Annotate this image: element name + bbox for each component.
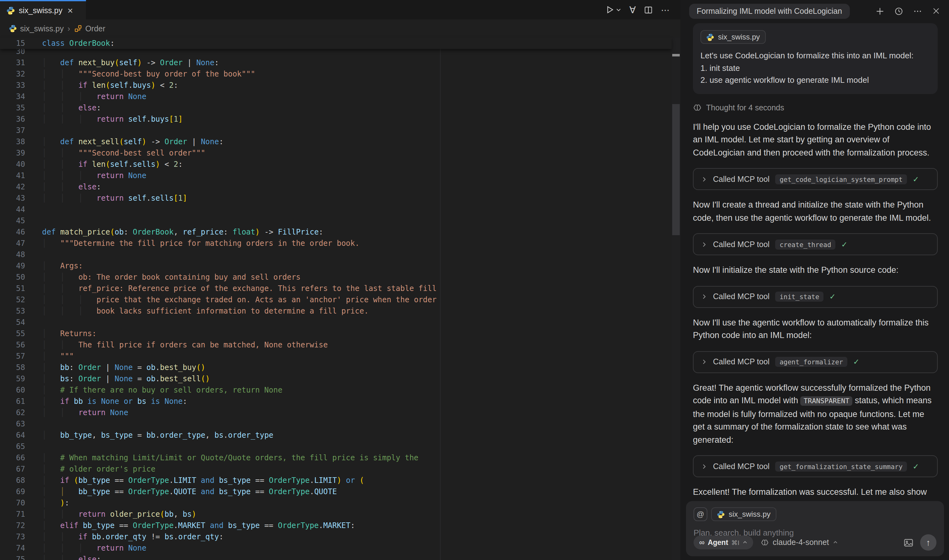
python-icon [9,25,17,32]
code-line[interactable]: 62│ │ return None [0,407,671,418]
model-selector[interactable]: claude-4-sonnet [761,538,838,547]
history-icon[interactable] [894,6,903,15]
code-line[interactable]: 47│ """Determine the fill price for matc… [0,238,671,249]
input-context-chip[interactable]: six_swiss.py [711,507,776,521]
chat-title-tab[interactable]: Formalizing IML model with CodeLogician [689,3,850,18]
chevron-right-icon [701,241,707,248]
add-context-button[interactable]: @ [694,507,707,521]
code-line[interactable]: 60│ # If there are no buy or sell orders… [0,385,671,396]
file-context-chip[interactable]: six_swiss.py [701,30,765,44]
code-line[interactable]: 31│ def next_buy(self) -> Order | None: [0,57,671,68]
code-line[interactable]: 56│ │ The fill price if orders can be ma… [0,339,671,351]
scrollbar-thumb[interactable] [672,104,680,235]
code-line[interactable]: 58│ bb: Order | None = ob.best_buy() [0,362,671,373]
code-line[interactable]: 40│ │ if len(self.sells) < 2: [0,158,671,170]
chat-input-box[interactable]: @ six_swiss.py Plan, search, build anyth… [686,501,944,556]
code-line[interactable]: 51│ │ ref_price: Reference price of the … [0,283,671,294]
close-panel-icon[interactable] [932,7,940,15]
code-line[interactable]: 61│ if bb is None or bs is None: [0,396,671,407]
code-line[interactable]: 39│ │ """Second-best sell order""" [0,148,671,158]
code-line[interactable]: 72│ elif bb_type == OrderType.MARKET and… [0,520,671,531]
breadcrumb-symbol[interactable]: Order [85,24,105,33]
file-chip-label: six_swiss.py [718,32,760,42]
thought-summary[interactable]: Thought for 4 seconds [693,103,938,112]
code-line[interactable]: 55│ Returns: [0,328,671,339]
code-line[interactable]: 42│ │ else: [0,181,671,192]
line-content: │ │ ref_price: Reference price of the ex… [42,283,437,294]
send-button[interactable]: ↑ [920,534,937,551]
code-line[interactable]: 67│ # older order's price [0,463,671,475]
success-check-icon: ✓ [913,175,919,183]
tab-close-icon[interactable]: × [68,6,73,15]
code-line[interactable]: 35│ │ else: [0,102,671,114]
code-line[interactable]: 45 [0,215,671,226]
code-line[interactable]: 49│ Args: [0,260,671,272]
paragraph-text: Now I'll create a thread and initialize … [693,200,931,222]
code-line[interactable]: 75│ │ else: [0,554,671,560]
code-line[interactable]: 41│ │ │ return None [0,170,671,181]
tab-six-swiss-py[interactable]: six_swiss.py × [0,0,86,20]
breadcrumb-file[interactable]: six_swiss.py [20,24,64,33]
code-line[interactable]: 38│ def next_sell(self) -> Order | None: [0,136,671,148]
mcp-tool-call-card[interactable]: Called MCP toolinit_state✓ [693,286,938,308]
line-content: │ │ if len(self.buys) < 2: [42,80,178,91]
chevron-up-icon [742,540,747,545]
more-options-icon[interactable] [913,6,922,15]
code-line[interactable]: 57│ """ [0,351,671,362]
code-line[interactable]: 52│ │ │ price that the exchange traded o… [0,294,671,305]
new-chat-icon[interactable] [876,6,884,15]
paragraph-text: Now I'll use the agentic workflow to aut… [693,318,929,340]
mcp-tool-call-card[interactable]: Called MCP toolagent_formalizer✓ [693,351,938,373]
code-line[interactable]: 34│ │ │ return None [0,91,671,102]
code-line[interactable]: 50│ │ ob: The order book containing buy … [0,272,671,283]
code-editor[interactable]: 3031│ def next_buy(self) -> Order | None… [0,46,671,560]
python-icon [706,33,714,41]
attach-image-icon[interactable] [903,537,914,548]
code-line[interactable]: 48 [0,249,671,260]
line-number: 32 [0,68,25,80]
line-number: 45 [0,215,25,226]
chat-panel: Formalizing IML model with CodeLogician [681,0,949,560]
code-line[interactable]: 46def match_price(ob: OrderBook, ref_pri… [0,226,671,238]
assistant-paragraph: Now I'll use the agentic workflow to aut… [693,316,938,342]
code-line[interactable]: 71│ │ return older_price(bb, bs) [0,509,671,520]
line-content: │ def next_buy(self) -> Order | None: [42,57,219,68]
line-number: 48 [0,249,25,260]
code-line[interactable]: 64│ bb_type, bs_type = bb.order_type, bs… [0,429,671,441]
agent-mode-selector[interactable]: ∞ Agent ⌘I [694,535,753,549]
code-line[interactable]: 33│ │ if len(self.buys) < 2: [0,80,671,91]
line-content: │ │ else: [42,181,101,192]
line-number: 60 [0,385,25,396]
split-editor-icon[interactable] [644,5,653,14]
code-line[interactable]: 74│ │ │ return None [0,542,671,554]
mcp-tool-call-card[interactable]: Called MCP toolget_formalization_state_s… [693,455,938,477]
code-line[interactable]: 65 [0,441,671,452]
code-line[interactable]: 32│ │ """Second-best buy order of the bo… [0,68,671,80]
run-button[interactable] [605,5,621,14]
code-line[interactable]: 59│ bs: Order | None = ob.best_sell() [0,373,671,385]
assistant-paragraph: Great! The agentic workflow successfully… [693,382,938,446]
line-number: 74 [0,542,25,554]
code-line[interactable]: 43│ │ │ return self.sells[1] [0,192,671,204]
more-actions-icon[interactable]: ⋯ [661,5,670,15]
code-line[interactable]: 44 [0,204,671,215]
line-content: │ │ ob: The order book containing buy an… [42,272,301,283]
sticky-code-line[interactable]: 15class OrderBook: [0,38,671,49]
code-line[interactable]: 68│ if (bb_type == OrderType.LIMIT and b… [0,475,671,486]
code-line[interactable]: 63 [0,418,671,429]
line-content: │ bb: Order | None = ob.best_buy() [42,362,205,373]
sticky-scroll-line[interactable]: 15class OrderBook: [0,38,671,49]
forall-tool-icon[interactable]: ∀ [629,4,636,15]
code-line[interactable]: 69│ │ bb_type == OrderType.QUOTE and bs_… [0,486,671,497]
code-line[interactable]: 70│ ): [0,497,671,509]
code-line[interactable]: 73│ │ if bb.order_qty != bs.order_qty: [0,531,671,542]
code-line[interactable]: 66│ # When matching Limit/Limit or Quote… [0,452,671,463]
code-line[interactable]: 54 [0,317,671,328]
mcp-tool-call-card[interactable]: Called MCP toolcreate_thread✓ [693,233,938,255]
editor-group: six_swiss.py × ∀ ⋯ six_swiss.py › [0,0,681,560]
mcp-tool-call-card[interactable]: Called MCP toolget_code_logician_system_… [693,168,938,190]
code-line[interactable]: 53│ │ │ book lacks sufficient informatio… [0,305,671,317]
line-content: │ Args: [42,260,83,272]
code-line[interactable]: 37 [0,125,671,136]
code-line[interactable]: 36│ │ │ return self.buys[1] [0,114,671,125]
